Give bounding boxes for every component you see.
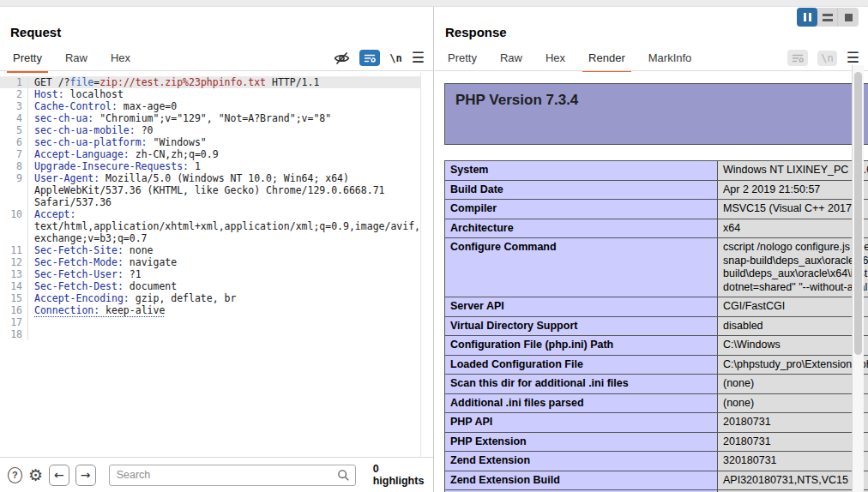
line-content: User-Agent: Mozilla/5.0 (Windows NT 10.0… (28, 172, 420, 208)
line-content: Accept: text/html,application/xhtml+xml,… (28, 208, 420, 244)
help-icon[interactable]: ? (8, 467, 22, 483)
request-line[interactable]: 9User-Agent: Mozilla/5.0 (Windows NT 10.… (0, 172, 420, 208)
phpinfo-row: Configure Commandcscript /nologo configu… (445, 238, 868, 297)
phpinfo-value-cell: disabled (718, 316, 868, 336)
request-line[interactable]: 3Cache-Control: max-age=0 (0, 100, 420, 112)
request-line[interactable]: 2Host: localhost (0, 88, 420, 100)
line-content: Host: localhost (28, 88, 420, 100)
line-content: sec-ch-ua-platform: "Windows" (28, 136, 420, 148)
phpinfo-row: Architecturex64 (445, 219, 868, 238)
request-line[interactable]: 1GET /?file=zip://test.zip%23phpinfo.txt… (0, 76, 420, 88)
phpinfo-header-box: PHP Version 7.3.4 (444, 83, 868, 145)
layout-rows-button[interactable] (817, 8, 838, 27)
phpinfo-value-cell: x64 (718, 219, 868, 238)
phpinfo-value-cell: C:\Windows (718, 336, 868, 356)
request-line[interactable]: 13Sec-Fetch-User: ?1 (0, 268, 420, 280)
phpinfo-label-cell: Loaded Configuration File (445, 355, 718, 375)
phpinfo-value-cell: Windows NT LIXINEY_PC 10.0 (718, 161, 868, 181)
search-next-button[interactable]: → (75, 465, 96, 486)
phpinfo-value-cell: C:\phpstudy_pro\Extensions\ph (718, 355, 868, 375)
phpinfo-row: Virtual Directory Supportdisabled (445, 316, 868, 336)
phpinfo-value-cell: API320180731,NTS,VC15 (718, 471, 868, 490)
phpinfo-value-cell: CGI/FastCGI (718, 297, 868, 317)
phpinfo-table: SystemWindows NT LIXINEY_PC 10.0Build Da… (444, 160, 868, 492)
line-content: sec-ch-ua-mobile: ?0 (28, 124, 420, 136)
line-content: Accept-Encoding: gzip, deflate, br (28, 292, 420, 304)
phpinfo-row: Zend Extension BuildAPI320180731,NTS,VC1… (445, 471, 868, 490)
panel-divider[interactable] (433, 7, 434, 492)
response-tab-raw[interactable]: Raw (494, 47, 528, 73)
layout-columns-button[interactable] (797, 8, 817, 27)
response-scrollbar-track[interactable] (852, 65, 864, 492)
phpinfo-row: Loaded Configuration FileC:\phpstudy_pro… (445, 355, 868, 375)
response-render-area: PHP Version 7.3.4 SystemWindows NT LIXIN… (435, 72, 868, 492)
layout-single-button[interactable] (838, 8, 859, 27)
line-content: sec-ch-ua: "Chromium";v="129", "Not=A?Br… (28, 112, 420, 124)
request-line[interactable]: 12Sec-Fetch-Mode: navigate (0, 256, 420, 268)
phpinfo-label-cell: Server API (445, 297, 718, 317)
response-scrollbar-thumb[interactable] (854, 72, 862, 355)
request-tab-hex[interactable]: Hex (105, 47, 136, 73)
phpinfo-row: Server APICGI/FastCGI (445, 297, 868, 317)
phpinfo-value-cell: Apr 2 2019 21:50:57 (718, 180, 868, 200)
line-number: 7 (0, 148, 28, 160)
line-content: Sec-Fetch-Site: none (28, 244, 420, 256)
phpinfo-row: PHP Extension20180731 (445, 432, 868, 452)
response-tab-hex[interactable]: Hex (539, 47, 571, 73)
phpinfo-label-cell: Virtual Directory Support (445, 316, 718, 336)
line-content: Accept-Language: zh-CN,zh;q=0.9 (28, 148, 420, 160)
phpinfo-value-cell: cscript /nologo configure.js "--e snap-b… (718, 238, 868, 297)
word-wrap-toggle[interactable] (359, 50, 380, 66)
phpinfo-value-cell: 20180731 (718, 413, 868, 433)
show-newlines-toggle[interactable]: \n (389, 52, 401, 64)
hide-nonprinting-eye-icon[interactable] (334, 51, 350, 65)
request-line[interactable]: 11Sec-Fetch-Site: none (0, 244, 420, 256)
editor-menu-icon[interactable]: ☰ (412, 51, 425, 65)
phpinfo-version-heading: PHP Version 7.3.4 (455, 92, 578, 108)
phpinfo-row: Configuration File (php.ini) PathC:\Wind… (445, 336, 868, 356)
request-scrollbar-track[interactable] (420, 72, 421, 457)
response-tab-render[interactable]: Render (582, 47, 631, 73)
response-tab-markinfo[interactable]: MarkInfo (642, 47, 698, 73)
response-tabs-divider (435, 70, 868, 71)
editor-menu-icon[interactable]: ☰ (847, 51, 859, 65)
request-line[interactable]: 16Connection: keep-alive (0, 304, 420, 316)
request-line[interactable]: 8Upgrade-Insecure-Requests: 1 (0, 160, 420, 172)
search-input[interactable] (109, 465, 356, 486)
line-number: 6 (0, 136, 28, 148)
rows-layout-icon (823, 14, 833, 21)
request-tab-raw[interactable]: Raw (59, 47, 93, 73)
request-line[interactable]: 15Accept-Encoding: gzip, deflate, br (0, 292, 420, 304)
phpinfo-label-cell: Build Date (445, 180, 718, 200)
phpinfo-label-cell: System (445, 161, 718, 181)
request-line[interactable]: 18 (0, 328, 420, 340)
search-prev-button[interactable]: ← (49, 465, 69, 486)
line-number: 9 (0, 172, 28, 208)
phpinfo-label-cell: Zend Extension Build (445, 471, 718, 490)
request-line[interactable]: 6sec-ch-ua-platform: "Windows" (0, 136, 420, 148)
line-number: 10 (0, 208, 28, 244)
request-tabs: PrettyRawHex (7, 47, 148, 73)
response-tab-pretty[interactable]: Pretty (442, 47, 483, 73)
view-layout-switcher (797, 8, 859, 27)
request-line[interactable]: 17 (0, 316, 420, 328)
phpinfo-label-cell: PHP API (445, 413, 718, 433)
request-line[interactable]: 5sec-ch-ua-mobile: ?0 (0, 124, 420, 136)
word-wrap-toggle-disabled[interactable] (787, 50, 808, 66)
phpinfo-label-cell: Compiler (445, 200, 718, 219)
search-icon (337, 469, 350, 485)
request-panel-title: Request (10, 25, 61, 39)
response-tabs: PrettyRawHexRenderMarkInfo (442, 47, 708, 73)
request-tab-pretty[interactable]: Pretty (7, 47, 48, 73)
request-editor[interactable]: 1GET /?file=zip://test.zip%23phpinfo.txt… (0, 72, 420, 457)
line-number: 3 (0, 100, 28, 112)
request-line[interactable]: 4sec-ch-ua: "Chromium";v="129", "Not=A?B… (0, 112, 420, 124)
request-line[interactable]: 7Accept-Language: zh-CN,zh;q=0.9 (0, 148, 420, 160)
phpinfo-row: Additional .ini files parsed(none) (445, 393, 868, 413)
phpinfo-row: PHP API20180731 (445, 413, 868, 433)
request-line[interactable]: 10Accept: text/html,application/xhtml+xm… (0, 208, 420, 244)
response-editor-toolbar: \n ☰ (787, 50, 859, 66)
show-newlines-toggle-disabled[interactable]: \n (817, 51, 836, 66)
request-line[interactable]: 14Sec-Fetch-Dest: document (0, 280, 420, 292)
gear-icon[interactable]: ⚙ (28, 467, 43, 483)
